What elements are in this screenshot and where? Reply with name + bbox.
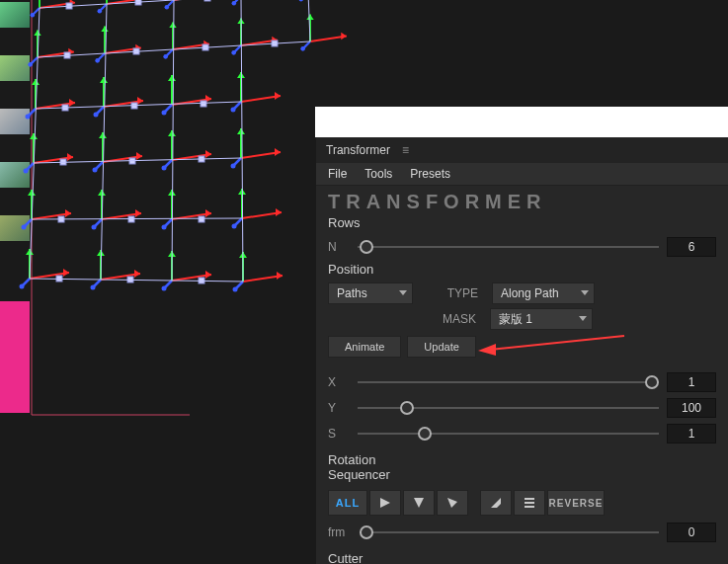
animate-button[interactable]: Animate	[328, 336, 401, 358]
svg-marker-18	[380, 498, 390, 508]
window-top-strip	[315, 107, 728, 137]
rows-n-label: N	[328, 240, 350, 254]
x-slider[interactable]	[358, 374, 659, 390]
sequencer-shuffle-button[interactable]	[480, 490, 512, 516]
frm-value[interactable]: 0	[667, 523, 716, 542]
sequencer-heading: Sequencer	[316, 467, 728, 486]
mask-label: MASK	[425, 312, 476, 326]
update-button[interactable]: Update	[407, 336, 475, 358]
menu-tools[interactable]: Tools	[364, 167, 392, 181]
sequencer-reverse-button[interactable]: REVERSE	[547, 490, 605, 516]
svg-marker-19	[414, 498, 424, 508]
arrow-down-icon	[412, 496, 426, 510]
panel-menu-icon[interactable]: ≡	[402, 143, 409, 157]
rows-heading: Rows	[316, 213, 728, 234]
s-slider[interactable]	[358, 426, 659, 442]
y-label: Y	[328, 401, 350, 415]
s-value[interactable]: 1	[667, 424, 716, 443]
menu-file[interactable]: File	[328, 167, 347, 181]
menu-presets[interactable]: Presets	[410, 167, 450, 181]
frm-slider[interactable]	[360, 524, 659, 540]
type-label: TYPE	[427, 286, 478, 300]
cutter-heading: Cutter	[316, 545, 728, 564]
mask-dropdown[interactable]: 蒙版 1	[490, 308, 593, 330]
sequencer-diag-button[interactable]	[437, 490, 468, 516]
svg-marker-21	[491, 498, 501, 508]
sequencer-lines-button[interactable]	[514, 490, 545, 516]
svg-marker-20	[447, 498, 457, 508]
sequencer-all-button[interactable]: ALL	[328, 490, 367, 516]
arrow-diag-icon	[445, 496, 459, 510]
svg-line-14	[101, 4, 107, 280]
rows-n-value[interactable]: 6	[667, 237, 716, 257]
frm-label: frm	[328, 525, 352, 539]
panel-title: Transformer	[326, 143, 390, 157]
panel-menu-bar: File Tools Presets	[316, 163, 728, 186]
transformer-panel: Transformer ≡ File Tools Presets TRANSFO…	[316, 137, 728, 564]
x-label: X	[328, 375, 350, 389]
rotation-heading: Rotation	[316, 446, 728, 467]
panel-title-bar: Transformer ≡	[316, 137, 728, 163]
x-value[interactable]: 1	[667, 372, 716, 392]
paths-dropdown[interactable]: Paths	[328, 282, 413, 304]
lines-icon	[523, 496, 536, 510]
arrow-right-icon	[378, 496, 392, 510]
transformer-logo: TRANSFORMER	[316, 186, 728, 213]
rows-n-slider[interactable]	[358, 239, 659, 255]
s-label: S	[328, 427, 350, 441]
sequencer-right-button[interactable]	[369, 490, 401, 516]
shuffle-icon	[489, 496, 503, 510]
sequencer-down-button[interactable]	[403, 490, 435, 516]
y-slider[interactable]	[358, 400, 659, 416]
y-value[interactable]: 100	[667, 398, 716, 418]
position-heading: Position	[316, 260, 728, 281]
type-dropdown[interactable]: Along Path	[492, 282, 595, 304]
